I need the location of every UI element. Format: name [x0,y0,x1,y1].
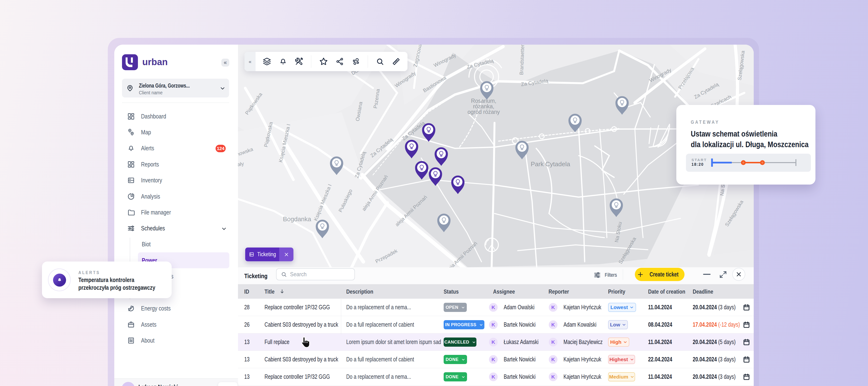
svg-text:ogród różany: ogród różany [467,109,500,115]
svg-text:Park Cytadela: Park Cytadela [531,160,570,168]
svg-text:ały: ały [238,161,244,167]
svg-text:Bogdanka: Bogdanka [283,215,311,223]
svg-text:Brandstaettera: Brandstaettera [519,44,525,75]
